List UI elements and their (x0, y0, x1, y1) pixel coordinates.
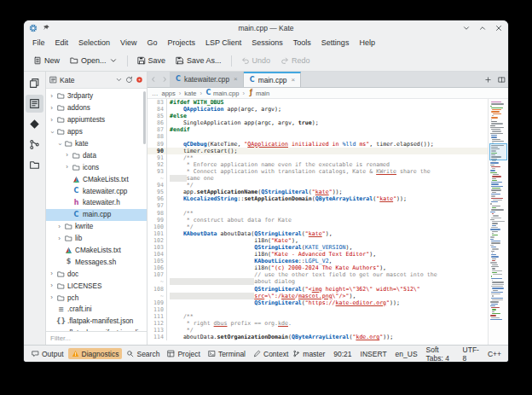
code-line-103[interactable]: 103 QStringLiteral(KATE_VERSION), (147, 244, 488, 251)
expander-icon[interactable]: › (56, 235, 62, 242)
code-line-wrap[interactable]: ~ src=\":/kate/mascot.png\"/>"), (147, 293, 488, 299)
menu-sessions[interactable]: Sessions (246, 38, 288, 48)
toolview-git[interactable] (26, 115, 43, 133)
status-master[interactable]: master (292, 350, 325, 358)
menu-projects[interactable]: Projects (162, 38, 200, 48)
code-line-96[interactable]: 96 KLocalizedString::setApplicationDomai… (147, 195, 488, 202)
tree-item-addons[interactable]: ›addons (46, 102, 147, 114)
breadcrumb-kate[interactable]: kate (184, 90, 196, 97)
expander-icon[interactable]: › (49, 93, 55, 100)
code-line-83[interactable]: 83#ifdef WITH_DBUS (147, 99, 488, 106)
code-line-106[interactable]: 106 i18n("(c) 2000-2024 The Kate Authors… (147, 264, 488, 271)
code-line-85[interactable]: 85#else (147, 113, 488, 119)
tree-item-kate[interactable]: ›kate (46, 138, 147, 150)
tree-item-licenses[interactable]: ›LICENSES (46, 280, 147, 292)
tree-item-3rdparty[interactable]: ›3rdparty (46, 90, 147, 102)
tree-item-katewaiter-cpp[interactable]: Ckatewaiter.cpp (46, 185, 147, 197)
status-en-us[interactable]: en_US (396, 350, 418, 358)
expander-icon[interactable]: › (49, 129, 55, 135)
tab-nav-forward[interactable] (159, 72, 170, 87)
redo-button[interactable]: Redo (276, 55, 315, 67)
status-90-21[interactable]: 90:21 (333, 350, 351, 358)
tab-nav-back[interactable] (147, 72, 159, 87)
open-button[interactable]: Open... (66, 55, 122, 67)
expander-icon[interactable]: › (49, 294, 55, 301)
minimize-button[interactable] (462, 24, 471, 32)
status-terminal-button[interactable]: Terminal (205, 348, 249, 359)
code-line-112[interactable]: 112 * right dbus prefix == org.kde. (147, 320, 488, 327)
breadcrumb-overflow[interactable]: … (152, 90, 159, 97)
project-name[interactable]: Kate (60, 76, 75, 84)
tree-item-pch[interactable]: ›pch (46, 292, 147, 304)
status-context-button[interactable]: Context (250, 348, 292, 359)
code-line-114[interactable]: 114 aboutData.setOrganizationDomain(QByt… (147, 334, 488, 340)
chevron-down-icon[interactable] (115, 76, 123, 84)
code-line-104[interactable]: 104 i18n("Kate - Advanced Text Editor"), (147, 251, 488, 258)
breadcrumb-main-cpp[interactable]: Cmain.cpp (205, 90, 239, 97)
code-line-wrap[interactable]: ~ about dialog (147, 278, 488, 285)
code-line-wrap[interactable]: ~ same one (147, 175, 488, 182)
tree-item-main-cpp[interactable]: Cmain.cpp (46, 209, 147, 221)
menu-help[interactable]: Help (354, 38, 380, 48)
code-line-102[interactable]: 102 i18n("Kate"), (147, 237, 488, 244)
code-line-88[interactable]: 88 (147, 133, 488, 140)
status-c[interactable]: C++ (488, 350, 501, 358)
tree-scrollbar[interactable] (143, 91, 146, 144)
tree-item-kwrite[interactable]: ›kwrite (46, 221, 147, 233)
menu-go[interactable]: Go (142, 38, 162, 48)
tree-item-messages-sh[interactable]: $Messages.sh (46, 256, 147, 268)
code-line-86[interactable]: 86 SingleApplication app(argc, argv, tru… (147, 119, 488, 126)
titlebar[interactable]: main.cpp — Kate (24, 20, 508, 35)
status-search-button[interactable]: Search (123, 348, 163, 359)
tree-item-cmakelists-txt[interactable]: CMakeLists.txt (46, 173, 147, 185)
code-line-105[interactable]: 105 KAboutLicense::LGPL_V2, (147, 258, 488, 264)
save-as-button[interactable]: Save As... (171, 55, 226, 67)
code-line-90[interactable]: 90 timer.restart(); (147, 148, 488, 154)
tree-item-flatpak-manifest-json[interactable]: {}.flatpak-manifest.json (46, 316, 147, 328)
tree-item-craft-ini[interactable]: ≡.craft.ini (46, 304, 147, 316)
save-button[interactable]: Save (133, 55, 171, 67)
new-tab-button[interactable] (481, 72, 494, 87)
split-view-button[interactable] (494, 72, 508, 87)
menu-edit[interactable]: Edit (50, 38, 74, 48)
code-line-97[interactable]: 97 (147, 202, 488, 209)
status-utf-8[interactable]: UTF-8 (463, 346, 479, 363)
code-line-98[interactable]: 98 /** (147, 210, 488, 217)
code-line-93[interactable]: 93 * Connect application with translatio… (147, 168, 488, 175)
code-line-100[interactable]: 100 */ (147, 224, 488, 230)
new-button[interactable]: New (29, 55, 64, 67)
filter-input[interactable]: Filter... (46, 331, 147, 345)
expander-icon[interactable]: › (64, 164, 70, 171)
status-diagnostics-button[interactable]: Diagnostics (68, 348, 123, 359)
menu-tools[interactable]: Tools (288, 38, 316, 48)
tab-main-cpp[interactable]: Cmain.cpp× (244, 72, 301, 87)
status-output-button[interactable]: Output (28, 348, 67, 359)
menu-selection[interactable]: Selection (73, 38, 115, 48)
tree-item-data[interactable]: ›data (46, 149, 147, 161)
code-line-95[interactable]: 95 app.setApplicationName(QStringLiteral… (147, 189, 488, 195)
code-line-84[interactable]: 84 QApplication app(argc, argv); (147, 106, 488, 113)
code-line-91[interactable]: 91 /** (147, 154, 488, 161)
code-line-109[interactable]: 109 QStringLiteral("https://kate-editor.… (147, 299, 488, 306)
undo-button[interactable]: Undo (237, 55, 275, 67)
code-line-108[interactable]: 108 QStringLiteral("<img height=\"362\" … (147, 286, 488, 293)
tree-item-icons[interactable]: ›icons (46, 161, 147, 173)
tree-item-lib[interactable]: ›lib (46, 233, 147, 245)
expander-icon[interactable]: › (56, 224, 62, 230)
expander-icon[interactable]: › (64, 152, 70, 159)
tree-item-apps[interactable]: ›apps (46, 126, 147, 138)
breadcrumb-apps[interactable]: apps (162, 90, 176, 97)
tree-item-doc[interactable]: ›doc (46, 268, 147, 280)
menu-lsp-client[interactable]: LSP Client (200, 38, 246, 48)
code-line-107[interactable]: 107 // use the other text field to get o… (147, 271, 488, 278)
tab-katewaiter-cpp[interactable]: Ckatewaiter.cpp× (170, 72, 244, 87)
code-line-94[interactable]: 94 */ (147, 182, 488, 189)
expander-icon[interactable]: › (49, 282, 55, 289)
tree-item-cmakelists-txt[interactable]: CMakeLists.txt (46, 245, 147, 257)
toolview-symbols[interactable] (26, 136, 43, 154)
code-line-92[interactable]: 92 * Enforce application name even if th… (147, 161, 488, 168)
code-line-87[interactable]: 87#endif (147, 126, 488, 133)
tab-close-icon[interactable]: × (234, 76, 238, 83)
refresh-icon[interactable] (125, 76, 133, 84)
maximize-button[interactable] (478, 24, 487, 32)
